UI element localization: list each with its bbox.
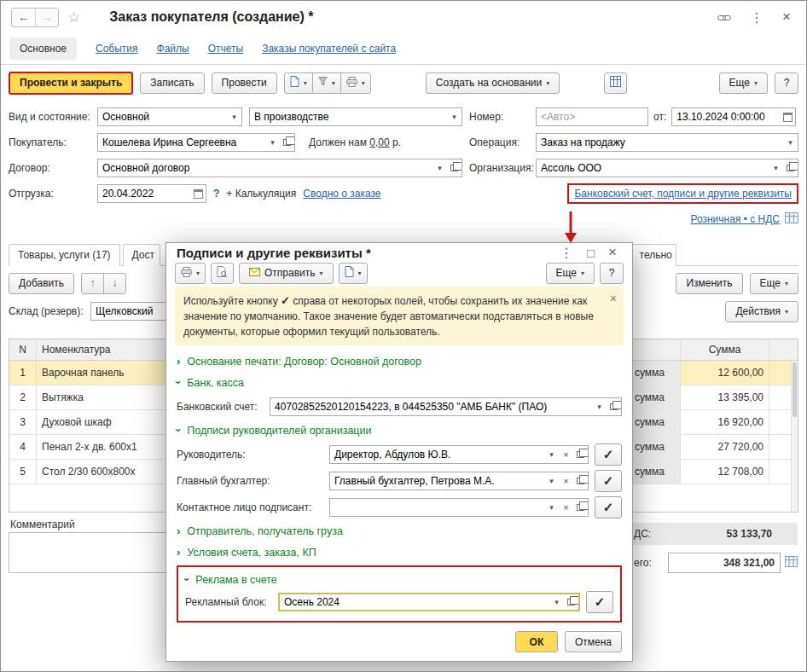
- more-button[interactable]: Еще ▾: [719, 72, 768, 94]
- move-down-button[interactable]: ↓: [103, 273, 126, 294]
- save-default-head-button[interactable]: ✓: [595, 443, 622, 466]
- col-extra[interactable]: [769, 339, 798, 360]
- filter-button[interactable]: ▾: [312, 72, 341, 94]
- forward-button[interactable]: →: [35, 9, 58, 26]
- dialog-print-button[interactable]: ▾: [175, 263, 206, 284]
- bank-account-select[interactable]: 40702852520120154223, в 044525350 "АМБ Б…: [270, 397, 622, 416]
- dialog-preview-button[interactable]: [211, 263, 234, 284]
- chevron-down-icon[interactable]: ▾: [549, 594, 564, 610]
- copy-link-icon[interactable]: [712, 10, 736, 25]
- ok-button[interactable]: ОК: [515, 631, 558, 652]
- totals-table-icon[interactable]: [785, 556, 798, 570]
- open-icon[interactable]: [280, 134, 294, 151]
- print-button[interactable]: ▾: [340, 72, 371, 94]
- organization-select[interactable]: Ассоль ООО ▾: [536, 159, 798, 177]
- calculation-link[interactable]: + Калькуляция: [226, 188, 296, 200]
- tab-reports[interactable]: Отчеты: [208, 43, 243, 55]
- post-button[interactable]: Провести: [212, 72, 277, 94]
- window-close-icon[interactable]: ×: [777, 9, 796, 26]
- tab-main[interactable]: Основное: [9, 38, 77, 60]
- actions-button[interactable]: Действия ▾: [725, 301, 798, 322]
- ad-block-input[interactable]: Осень 2024 ▾: [278, 593, 580, 611]
- chevron-down-icon[interactable]: ▾: [592, 398, 607, 415]
- cell-partial[interactable]: сумма: [630, 410, 681, 434]
- create-based-on-button[interactable]: Создать на основании ▾: [426, 72, 560, 94]
- chevron-down-icon[interactable]: ▾: [433, 159, 447, 177]
- chevron-down-icon[interactable]: ▾: [447, 108, 462, 125]
- open-icon[interactable]: [564, 594, 578, 610]
- dialog-kebab-icon[interactable]: ⋮: [554, 245, 578, 261]
- write-button[interactable]: Записать: [140, 72, 204, 94]
- clear-icon[interactable]: ×: [559, 499, 573, 516]
- dialog-maximize-icon[interactable]: □: [582, 246, 600, 260]
- dialog-more-button[interactable]: Еще ▾: [546, 263, 595, 284]
- chevron-down-icon[interactable]: ▾: [783, 134, 798, 151]
- tab-events[interactable]: События: [96, 43, 138, 55]
- operation-select[interactable]: Заказ на продажу ▾: [536, 133, 798, 152]
- help-button[interactable]: ?: [775, 72, 798, 94]
- dialog-help-button[interactable]: ?: [600, 263, 624, 284]
- open-icon[interactable]: [607, 398, 621, 415]
- chevron-down-icon[interactable]: ▾: [769, 159, 783, 177]
- table-scrollbar[interactable]: [791, 361, 798, 512]
- chevron-down-icon[interactable]: ▾: [227, 108, 241, 125]
- price-type-link[interactable]: Розничная • с НДС: [690, 213, 780, 225]
- accountant-select[interactable]: Главный бухгалтер, Петрова М.А. ▾ ×: [329, 472, 589, 490]
- move-up-button[interactable]: ↑: [81, 273, 104, 294]
- order-summary-link[interactable]: Сводно о заказе: [303, 188, 380, 200]
- calendar-icon[interactable]: [781, 108, 795, 125]
- bank-details-link[interactable]: Банковский счет, подписи и другие реквиз…: [574, 188, 792, 200]
- cell-partial[interactable]: сумма: [630, 385, 681, 409]
- contact-select[interactable]: ▾ ×: [329, 498, 589, 517]
- favorites-star-icon[interactable]: ☆: [67, 9, 80, 26]
- cell-sum[interactable]: 27 720,00: [681, 435, 769, 459]
- change-row-button[interactable]: Изменить: [676, 273, 742, 294]
- cell-n[interactable]: 5: [9, 460, 37, 484]
- save-default-contact-button[interactable]: ✓: [595, 496, 622, 518]
- debt-amount-link[interactable]: 0,00: [369, 136, 389, 148]
- dialog-file-button[interactable]: ▾: [339, 263, 368, 284]
- save-default-accountant-button[interactable]: ✓: [595, 470, 622, 492]
- section-signatures[interactable]: › Подписи руководителей организации: [177, 420, 622, 441]
- chevron-down-icon[interactable]: ▾: [544, 472, 559, 490]
- cell-partial[interactable]: сумма: [630, 361, 681, 385]
- open-icon[interactable]: [573, 472, 588, 490]
- section-bank[interactable]: › Банк, касса: [177, 372, 622, 393]
- open-icon[interactable]: [783, 159, 798, 177]
- back-button[interactable]: ←: [12, 9, 35, 26]
- number-input[interactable]: <Авто>: [536, 107, 648, 126]
- clear-icon[interactable]: ×: [559, 446, 573, 463]
- state-select[interactable]: В производстве ▾: [249, 107, 462, 126]
- col-sum[interactable]: Сумма: [681, 339, 769, 360]
- open-icon[interactable]: [447, 159, 462, 177]
- tab-site-orders[interactable]: Заказы покупателей с сайта: [262, 43, 396, 55]
- calendar-icon[interactable]: [191, 185, 206, 202]
- kebab-menu-icon[interactable]: ⋮: [745, 9, 769, 26]
- section-sender[interactable]: › Отправитель, получатель груза: [177, 520, 622, 542]
- chevron-down-icon[interactable]: ▾: [544, 446, 559, 463]
- clear-icon[interactable]: ×: [559, 472, 573, 490]
- related-documents-button[interactable]: [604, 72, 627, 94]
- col-n[interactable]: N: [9, 339, 37, 360]
- chevron-down-icon[interactable]: ▾: [544, 499, 559, 516]
- items-more-button[interactable]: Еще ▾: [750, 273, 798, 294]
- cell-n[interactable]: 3: [9, 410, 37, 434]
- section-print-base[interactable]: › Основание печати: Договор: Основной до…: [177, 350, 622, 372]
- col-partial[interactable]: [630, 339, 681, 360]
- chevron-down-icon[interactable]: ▾: [265, 134, 280, 151]
- tab-additional[interactable]: тельно: [630, 244, 676, 266]
- section-terms[interactable]: › Условия счета, заказа, КП: [177, 542, 622, 563]
- shipping-date-input[interactable]: 20.04.2022: [97, 184, 206, 203]
- dialog-close-icon[interactable]: ×: [603, 244, 622, 261]
- cell-n[interactable]: 4: [9, 435, 37, 459]
- cell-sum[interactable]: 12 708,00: [681, 460, 769, 484]
- cell-sum[interactable]: 12 600,00: [681, 361, 769, 385]
- shipping-help-link[interactable]: ?: [213, 188, 219, 200]
- open-icon[interactable]: [573, 499, 588, 516]
- head-select[interactable]: Директор, Абдулов Ю.В. ▾ ×: [329, 445, 589, 464]
- cell-partial[interactable]: сумма: [630, 460, 681, 484]
- buyer-select[interactable]: Кошелева Ирина Сергеевна ▾: [97, 133, 295, 152]
- save-default-ad-button[interactable]: ✓: [586, 591, 613, 613]
- kind-select[interactable]: Основной ▾: [97, 107, 242, 126]
- add-row-button[interactable]: Добавить: [9, 273, 74, 294]
